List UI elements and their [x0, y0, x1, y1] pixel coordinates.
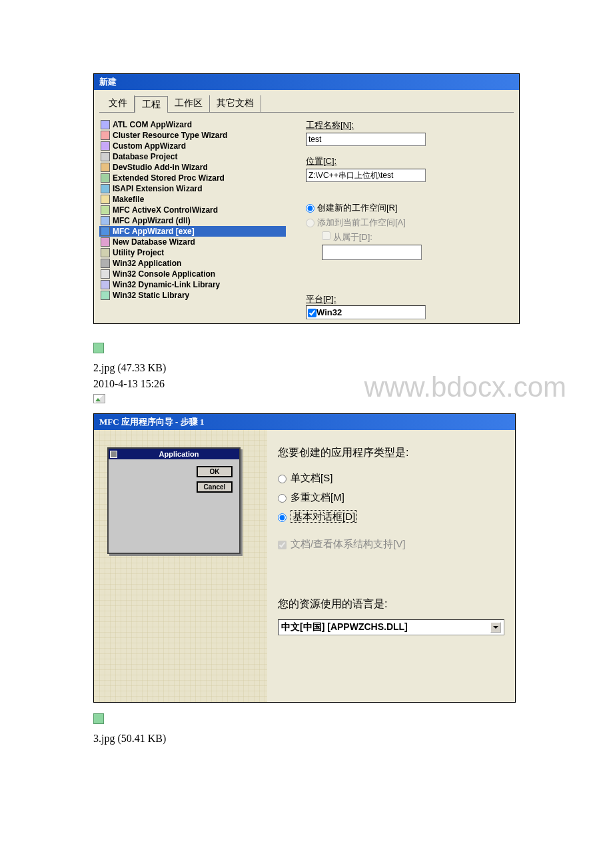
radio-single-doc-input[interactable]: [278, 475, 287, 483]
list-item-label: Win32 Application: [113, 259, 181, 268]
project-type-icon: [101, 227, 110, 236]
platform-win32-checkbox[interactable]: [308, 309, 316, 317]
list-item[interactable]: Win32 Application: [99, 258, 286, 269]
radio-new-workspace-input[interactable]: [306, 204, 314, 213]
radio-dialog-based-label: 基本对话框[D]: [291, 510, 357, 523]
list-item[interactable]: Makefile: [99, 194, 286, 205]
project-type-icon: [101, 131, 110, 140]
radio-add-workspace-input: [306, 219, 314, 227]
platform-listbox[interactable]: Win32: [306, 305, 426, 319]
list-item[interactable]: New Database Wizard: [99, 237, 286, 247]
list-item-label: Database Project: [113, 152, 177, 161]
depend-checkbox: [322, 231, 330, 240]
list-item[interactable]: MFC AppWizard (dll): [99, 215, 286, 226]
project-name-group: 工程名称[N]:: [306, 119, 514, 146]
preview-titlebar: Application: [109, 449, 239, 459]
list-item[interactable]: Cluster Resource Type Wizard: [99, 130, 286, 141]
project-name-input[interactable]: [306, 133, 426, 146]
list-item[interactable]: Extended Stored Proc Wizard: [99, 173, 286, 183]
wizard-titlebar[interactable]: MFC 应用程序向导 - 步骤 1: [94, 414, 515, 430]
radio-new-workspace[interactable]: 创建新的工作空间[R]: [306, 202, 514, 214]
list-item-label: MFC AppWizard (dll): [113, 216, 191, 225]
list-item[interactable]: MFC ActiveX ControlWizard: [99, 205, 286, 215]
radio-add-workspace-label: 添加到当前工作空间[A]: [317, 217, 406, 227]
list-item-label: Custom AppWizard: [113, 141, 186, 151]
wizard-body: Application OK Cancel 您要创建的应用程序类型是: 单文档[…: [94, 430, 515, 702]
language-select[interactable]: 中文[中国] [APPWZCHS.DLL]: [278, 619, 504, 635]
project-type-icon: [101, 152, 110, 161]
list-item[interactable]: ATL COM AppWizard: [99, 119, 286, 130]
platform-group: 平台[P]: Win32: [306, 293, 514, 319]
platform-label: 平台[P]:: [306, 293, 514, 305]
download-icon[interactable]: [93, 343, 104, 353]
tab-other[interactable]: 其它文档: [210, 95, 261, 112]
dialog-content: ATL COM AppWizardCluster Resource Type W…: [99, 119, 514, 329]
depend-check: 从属于[D]:: [322, 231, 514, 243]
project-type-icon: [101, 280, 110, 289]
list-item-label: Extended Stored Proc Wizard: [113, 173, 225, 183]
project-type-icon: [101, 291, 110, 300]
docview-checkbox: [278, 541, 287, 549]
right-panel: 工程名称[N]: 位置[C]: 创建新的工作空间[R] 添加到当前工作空间[A]: [306, 119, 514, 329]
list-item-label: Utility Project: [113, 248, 164, 257]
list-item[interactable]: Custom AppWizard: [99, 141, 286, 151]
list-item-label: MFC AppWizard [exe]: [113, 227, 195, 236]
depend-input: [322, 245, 422, 260]
radio-dialog-based[interactable]: 基本对话框[D]: [278, 511, 504, 523]
workspace-radio-group: 创建新的工作空间[R] 添加到当前工作空间[A] 从属于[D]:: [306, 202, 514, 260]
project-type-icon: [101, 205, 110, 215]
list-item-label: MFC ActiveX ControlWizard: [113, 205, 218, 215]
radio-single-doc-label: 单文档[S]: [291, 472, 332, 483]
mfc-wizard-dialog: MFC 应用程序向导 - 步骤 1 Application OK Cancel …: [93, 413, 516, 703]
radio-new-workspace-label: 创建新的工作空间[R]: [317, 203, 398, 213]
list-item-label: Cluster Resource Type Wizard: [113, 131, 227, 140]
language-question: 您的资源使用的语言是:: [278, 597, 504, 611]
radio-single-doc[interactable]: 单文档[S]: [278, 472, 504, 485]
list-item-label: Win32 Console Application: [113, 269, 215, 279]
project-type-icon: [101, 269, 110, 279]
app-type-question: 您要创建的应用程序类型是:: [278, 446, 504, 460]
tab-file[interactable]: 文件: [102, 95, 135, 112]
radio-multi-doc[interactable]: 多重文档[M]: [278, 491, 504, 504]
list-item[interactable]: Win32 Console Application: [99, 269, 286, 279]
radio-dialog-based-input[interactable]: [278, 513, 287, 522]
list-item[interactable]: ISAPI Extension Wizard: [99, 183, 286, 194]
project-type-icon: [101, 184, 110, 193]
tab-project[interactable]: 工程: [135, 96, 168, 113]
project-type-icon: [101, 248, 110, 257]
list-item[interactable]: Win32 Static Library: [99, 290, 286, 301]
timestamp-1: 2010-4-13 15:26: [93, 378, 520, 390]
location-input[interactable]: [306, 169, 426, 182]
image-caption-1: 2.jpg (47.33 KB): [93, 362, 520, 374]
new-dialog: 新建 文件 工程 工作区 其它文档 ATL COM AppWizardClust…: [93, 73, 520, 324]
project-type-icon: [101, 259, 110, 268]
list-item-label: New Database Wizard: [113, 237, 195, 247]
list-item-label: ATL COM AppWizard: [113, 120, 192, 129]
list-item[interactable]: Database Project: [99, 151, 286, 162]
depend-label: 从属于[D]:: [333, 232, 372, 242]
project-type-icon: [101, 237, 110, 247]
project-type-list[interactable]: ATL COM AppWizardCluster Resource Type W…: [99, 119, 286, 329]
project-type-icon: [101, 195, 110, 204]
radio-multi-doc-input[interactable]: [278, 494, 287, 503]
project-type-icon: [101, 216, 110, 225]
location-group: 位置[C]:: [306, 155, 514, 182]
docview-support-check: 文档/查看体系结构支持[V]: [278, 538, 504, 551]
list-item[interactable]: Win32 Dynamic-Link Library: [99, 279, 286, 290]
timestamp-row: 2010-4-13 15:26 www.bdocx.com: [93, 378, 520, 390]
radio-add-workspace: 添加到当前工作空间[A]: [306, 217, 514, 229]
tab-workspace[interactable]: 工作区: [168, 95, 210, 112]
download-icon-2[interactable]: [93, 713, 104, 724]
list-item[interactable]: DevStudio Add-in Wizard: [99, 162, 286, 173]
list-item[interactable]: Utility Project: [99, 247, 286, 258]
project-type-icon: [101, 163, 110, 172]
dialog-titlebar[interactable]: 新建: [94, 74, 519, 90]
list-item-label: Win32 Dynamic-Link Library: [113, 280, 220, 289]
dropdown-icon[interactable]: [490, 622, 501, 633]
radio-multi-doc-label: 多重文档[M]: [291, 491, 344, 503]
list-item-label: Win32 Static Library: [113, 291, 189, 300]
image-caption-2: 3.jpg (50.41 KB): [93, 733, 520, 745]
list-item[interactable]: MFC AppWizard [exe]: [99, 226, 286, 237]
list-item-label: ISAPI Extension Wizard: [113, 184, 203, 193]
tab-strip: 文件 工程 工作区 其它文档: [99, 95, 514, 113]
